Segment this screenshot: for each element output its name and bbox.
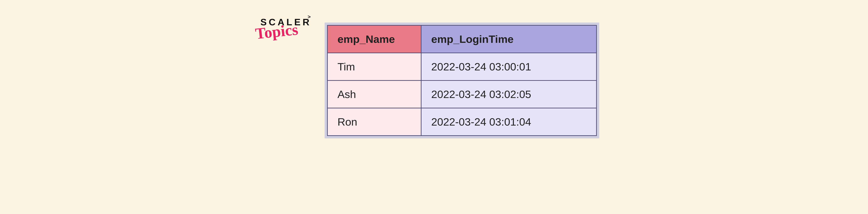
logo-decor-greater: > (308, 14, 311, 20)
cell-emp-name: Ash (328, 80, 421, 108)
cell-emp-name: Tim (328, 53, 421, 80)
logo-text-topics: Topics (255, 22, 312, 39)
employee-login-table-container: emp_Name emp_LoginTime Tim 2022-03-24 03… (324, 23, 599, 138)
header-emp-name: emp_Name (328, 25, 421, 53)
table-row: Tim 2022-03-24 03:00:01 (328, 53, 596, 80)
employee-login-table: emp_Name emp_LoginTime Tim 2022-03-24 03… (327, 25, 597, 136)
table-row: Ash 2022-03-24 03:02:05 (328, 80, 596, 108)
cell-emp-login: 2022-03-24 03:02:05 (421, 80, 596, 108)
table-row: Ron 2022-03-24 03:01:04 (328, 108, 596, 136)
cell-emp-name: Ron (328, 108, 421, 136)
table-header-row: emp_Name emp_LoginTime (328, 25, 596, 53)
header-emp-login: emp_LoginTime (421, 25, 596, 53)
scaler-topics-logo: SCALER > Topics (260, 17, 311, 36)
cell-emp-login: 2022-03-24 03:01:04 (421, 108, 596, 136)
cell-emp-login: 2022-03-24 03:00:01 (421, 53, 596, 80)
